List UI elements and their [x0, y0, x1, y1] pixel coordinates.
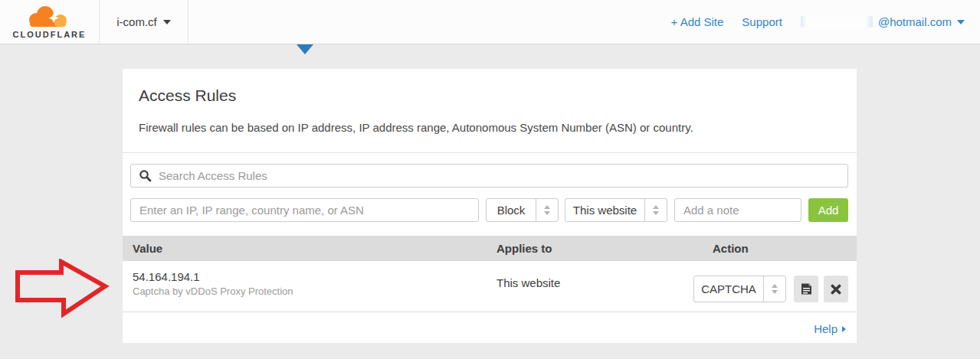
active-tab-caret-icon [297, 44, 313, 54]
account-menu[interactable]: @hotmail.com [801, 15, 965, 28]
red-arrow-annotation [11, 259, 111, 320]
search-field-wrap [130, 164, 848, 188]
panel-description: Firewall rules can be based on IP addres… [139, 121, 693, 134]
table-header: Value Applies to Action [123, 236, 857, 261]
access-rules-panel: Access Rules Firewall rules can be based… [123, 69, 857, 343]
divider [123, 152, 857, 153]
action-select[interactable]: Block [486, 198, 559, 222]
cloudflare-logo: CLOUDFLARE [0, 0, 100, 44]
action-select-value: Block [487, 199, 536, 221]
site-selector-label: i-com.cf [116, 15, 157, 28]
search-icon [139, 169, 152, 182]
note-icon [800, 282, 813, 295]
rule-applies-to: This website [497, 276, 560, 289]
column-header-value: Value [133, 236, 162, 261]
rule-value: 54.164.194.1 [133, 270, 200, 283]
rule-action-value: CAPTCHA [694, 276, 763, 302]
rule-value-input[interactable] [130, 198, 479, 222]
add-rule-button[interactable]: Add [808, 198, 848, 222]
support-link[interactable]: Support [742, 15, 782, 28]
top-navigation-bar: CLOUDFLARE i-com.cf + Add Site Support @… [0, 0, 980, 44]
chevron-down-icon [957, 20, 965, 24]
rule-action-select[interactable]: CAPTCHA [693, 276, 786, 302]
edit-note-button[interactable] [794, 276, 818, 302]
rule-note: Captcha by vDDoS Proxy Protection [133, 286, 293, 297]
cloud-logo-icon [28, 5, 71, 28]
delete-rule-button[interactable] [824, 276, 848, 302]
chevron-down-icon [163, 20, 171, 24]
page-title: Access Rules [139, 86, 236, 105]
stepper-icon[interactable] [536, 199, 558, 221]
scope-select[interactable]: This website [565, 198, 667, 222]
help-link[interactable]: Help [814, 322, 846, 335]
note-input[interactable] [674, 198, 801, 222]
topbar-links: + Add Site Support @hotmail.com [671, 0, 980, 44]
redacted-email-prefix [801, 16, 873, 28]
table-row: 54.164.194.1 Captcha by vDDoS Proxy Prot… [123, 261, 857, 312]
column-header-applies-to: Applies to [497, 236, 552, 261]
account-email-label: @hotmail.com [878, 15, 952, 28]
brand-wordmark: CLOUDFLARE [13, 30, 87, 39]
add-site-link[interactable]: + Add Site [671, 15, 724, 28]
caret-right-icon [842, 326, 846, 332]
stepper-icon[interactable] [763, 276, 785, 302]
close-icon [831, 284, 841, 295]
scope-select-value: This website [565, 199, 644, 221]
stepper-icon[interactable] [644, 199, 667, 221]
column-header-action: Action [713, 236, 749, 261]
cloudflare-access-rules-page: CLOUDFLARE i-com.cf + Add Site Support @… [0, 0, 980, 359]
search-input[interactable] [130, 164, 848, 188]
site-selector-dropdown[interactable]: i-com.cf [100, 0, 188, 44]
help-link-label: Help [814, 322, 837, 335]
